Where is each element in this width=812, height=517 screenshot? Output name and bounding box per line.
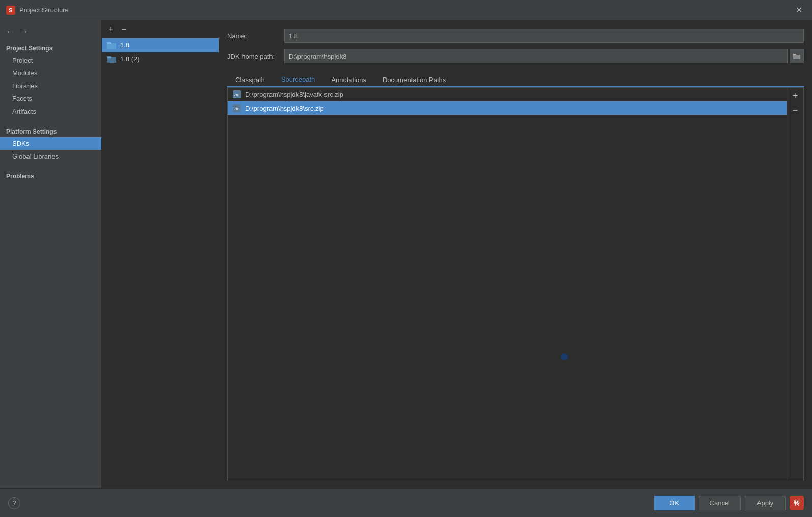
jdk-row: JDK home path: [227, 49, 804, 63]
sidebar-item-sdks[interactable]: SDKs [0, 137, 101, 150]
tab-annotations[interactable]: Annotations [323, 72, 374, 87]
svg-text:S: S [9, 7, 12, 13]
back-button[interactable]: ← [4, 27, 16, 37]
zip-icon-1: ZIP [233, 90, 241, 98]
sdk-list: 1.8 1.8 (2) [102, 38, 219, 488]
bottom-bar: ? OK Cancel Apply 转 [0, 488, 812, 517]
folder-browse-icon [793, 53, 800, 59]
file-list-actions: + − [787, 88, 803, 480]
svg-rect-6 [793, 55, 800, 59]
sdk-list-pane: + − 1.8 1.8 (2) [102, 20, 219, 488]
close-button[interactable]: ✕ [792, 3, 806, 17]
platform-settings-header: Platform Settings [0, 124, 101, 137]
svg-rect-3 [107, 42, 111, 44]
name-input[interactable] [284, 29, 804, 43]
jdk-label: JDK home path: [227, 53, 278, 60]
file-item-javafx[interactable]: ZIP D:\program\hspjdk8\javafx-src.zip [228, 88, 787, 101]
name-label: Name: [227, 32, 278, 40]
sidebar-item-global-libraries[interactable]: Global Libraries [0, 150, 101, 163]
nav-toolbar: ← → [0, 24, 101, 41]
remove-file-button[interactable]: − [789, 104, 801, 116]
sdk-label-1.8: 1.8 [120, 41, 129, 49]
zip-icon-2: ZIP [233, 104, 241, 112]
app-icon: S [6, 6, 15, 15]
file-list: ZIP D:\program\hspjdk8\javafx-src.zip ZI… [228, 88, 787, 480]
right-panel: Name: JDK home path: Classpath Sourcepat… [219, 20, 812, 488]
problems-header: Problems [0, 169, 101, 182]
titlebar: S Project Structure ✕ [0, 0, 812, 20]
browse-button[interactable] [790, 49, 804, 63]
tab-documentation-paths[interactable]: Documentation Paths [374, 72, 454, 87]
folder-icon-2 [107, 56, 116, 63]
apply-button[interactable]: Apply [745, 496, 786, 510]
svg-rect-5 [107, 56, 111, 58]
badge: 转 [790, 496, 804, 510]
forward-button[interactable]: → [18, 27, 31, 37]
file-path-2: D:\program\hspjdk8\src.zip [245, 105, 324, 112]
svg-text:ZIP: ZIP [234, 93, 240, 97]
jdk-path-input[interactable] [284, 49, 788, 63]
file-path-1: D:\program\hspjdk8\javafx-src.zip [245, 91, 343, 98]
sidebar-item-artifacts[interactable]: Artifacts [0, 105, 101, 118]
remove-sdk-button[interactable]: − [120, 23, 129, 35]
folder-icon [107, 42, 116, 49]
file-item-src[interactable]: ZIP D:\program\hspjdk8\src.zip [228, 101, 787, 115]
jdk-path-container [284, 49, 804, 63]
help-button[interactable]: ? [8, 497, 20, 509]
project-settings-header: Project Settings [0, 41, 101, 54]
tab-classpath[interactable]: Classpath [227, 72, 273, 87]
name-row: Name: [227, 29, 804, 43]
svg-text:ZIP: ZIP [234, 107, 240, 111]
tabs-bar: Classpath Sourcepath Annotations Documen… [227, 71, 804, 87]
ok-button[interactable]: OK [654, 496, 695, 510]
add-sdk-button[interactable]: + [106, 23, 116, 35]
add-file-button[interactable]: + [789, 90, 801, 102]
sidebar-item-project[interactable]: Project [0, 54, 101, 67]
sidebar-item-modules[interactable]: Modules [0, 67, 101, 80]
cancel-button[interactable]: Cancel [699, 496, 741, 510]
sidebar-item-facets[interactable]: Facets [0, 92, 101, 105]
button-group: OK Cancel Apply 转 [654, 496, 804, 510]
sidebar: ← → Project Settings Project Modules Lib… [0, 20, 102, 488]
file-list-container: ZIP D:\program\hspjdk8\javafx-src.zip ZI… [227, 87, 804, 480]
sdk-list-toolbar: + − [102, 20, 219, 38]
titlebar-title: Project Structure [19, 6, 792, 14]
sdk-label-1.8-2: 1.8 (2) [120, 55, 140, 63]
sdk-item-1.8[interactable]: 1.8 [102, 38, 219, 52]
sdk-item-1.8-2[interactable]: 1.8 (2) [102, 52, 219, 66]
tab-sourcepath[interactable]: Sourcepath [273, 72, 323, 87]
main-content: ← → Project Settings Project Modules Lib… [0, 20, 812, 488]
svg-rect-7 [793, 54, 796, 55]
sidebar-item-libraries[interactable]: Libraries [0, 80, 101, 92]
